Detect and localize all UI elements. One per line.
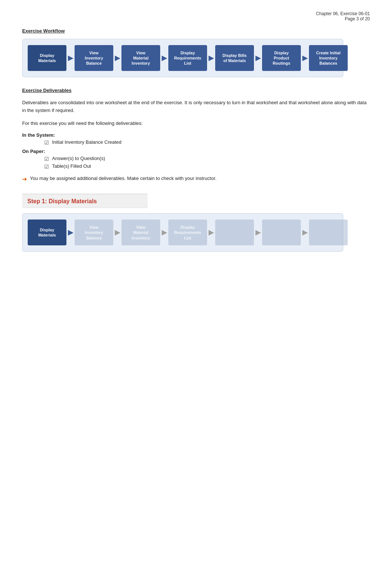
checklist-text-1: Initial Inventory Balance Created [52, 139, 121, 145]
workflow-step-display-requirements-list: DisplayRequirementsList [168, 45, 207, 71]
checklist-text-3: Table(s) Filled Out [52, 163, 91, 169]
exercise-workflow-diagram: DisplayMaterials ▶ ViewInventoryBalance … [22, 39, 343, 77]
step1-header-container: Step 1: Display Materials [22, 194, 148, 208]
step1-workflow-arrow-2: ▶ [113, 228, 121, 237]
checklist-text-2: Answer(s) to Question(s) [52, 156, 105, 161]
exercise-workflow-label: Exercise Workflow [22, 28, 370, 34]
step1-workflow-step6 [262, 220, 301, 245]
workflow-arrow-6: ▶ [301, 54, 309, 62]
step1-workflow-display-requirements-list: DisplayRequirementsList [168, 220, 207, 245]
page-header: Chapter 06, Exercise 06-01 Page 3 of 20 [22, 11, 370, 21]
on-paper-header: On Paper: [22, 149, 370, 154]
step1-workflow-arrow-1: ▶ [66, 228, 75, 237]
workflow-step-view-inventory-balance: ViewInventoryBalance [75, 45, 113, 71]
step1-title: Step 1: Display Materials [27, 198, 142, 205]
exercise-deliverables-label: Exercise Deliverables [22, 88, 370, 93]
workflow-step-view-material-inventory: ViewMaterialInventory [121, 45, 160, 71]
step1-workflow-display-materials: DisplayMaterials [28, 220, 66, 245]
arrow-right-icon: ➜ [22, 176, 27, 183]
workflow-step-display-product-routings: DisplayProductRoutings [262, 45, 301, 71]
step1-workflow-arrow-6: ▶ [301, 228, 309, 237]
chapter-line1: Chapter 06, Exercise 06-01 [22, 11, 370, 16]
step1-section: Step 1: Display Materials DisplayMateria… [22, 194, 370, 252]
checkbox-icon-1: ☑ [44, 140, 49, 146]
step1-workflow-view-material-inventory: ViewMaterialInventory [121, 220, 160, 245]
in-system-header: In the System: [22, 132, 370, 138]
checklist-item-tables: ☑ Table(s) Filled Out [44, 163, 370, 170]
workflow-arrow-1: ▶ [66, 54, 75, 62]
workflow-step-create-initial-inventory-balances: Create InitialInventoryBalances [309, 45, 348, 71]
checkbox-icon-3: ☑ [44, 164, 49, 170]
workflow-arrow-2: ▶ [113, 54, 121, 62]
step1-workflow-step5 [215, 220, 254, 245]
checklist-item-answers: ☑ Answer(s) to Question(s) [44, 156, 370, 162]
arrow-note-text: You may be assigned additional deliverab… [30, 176, 216, 181]
step1-workflow-diagram: DisplayMaterials ▶ ViewInventoryBalance … [22, 213, 343, 252]
workflow-step-display-bills-of-materials: Display Billsof Materials [215, 45, 254, 71]
workflow-arrow-3: ▶ [160, 54, 168, 62]
step1-workflow-arrow-5: ▶ [254, 228, 262, 237]
checklist-item-initial-inventory: ☑ Initial Inventory Balance Created [44, 139, 370, 146]
deliverables-paragraph2: For this exercise you will need the foll… [22, 120, 370, 127]
step1-workflow-arrow-4: ▶ [207, 228, 215, 237]
exercise-deliverables-section: Exercise Deliverables Deliverables are c… [22, 88, 370, 183]
workflow-step-display-materials: DisplayMaterials [28, 45, 66, 71]
chapter-line2: Page 3 of 20 [22, 16, 370, 21]
step1-workflow-arrow-3: ▶ [160, 228, 168, 237]
workflow-arrow-5: ▶ [254, 54, 262, 62]
deliverables-paragraph1: Deliverables are consolidated into one w… [22, 99, 370, 115]
workflow-arrow-4: ▶ [207, 54, 215, 62]
step1-workflow-view-inventory-balance: ViewInventoryBalance [75, 220, 113, 245]
checkbox-icon-2: ☑ [44, 156, 49, 162]
step1-workflow-step7 [309, 220, 348, 245]
arrow-note: ➜ You may be assigned additional deliver… [22, 176, 370, 183]
